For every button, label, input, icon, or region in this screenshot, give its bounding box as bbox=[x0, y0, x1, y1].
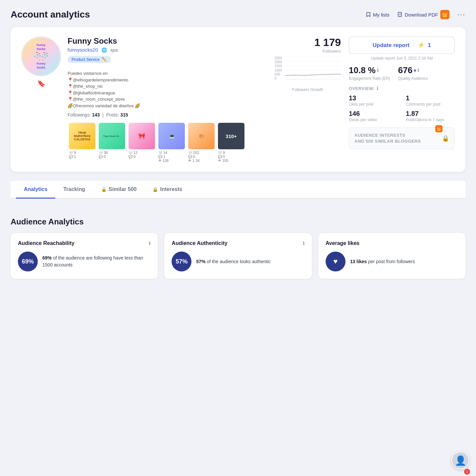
profile-handle: funnysocks20 bbox=[68, 47, 98, 53]
average-likes-badge: ♥ bbox=[326, 252, 345, 271]
average-likes-text: 13 likes per post from followers bbox=[350, 258, 415, 265]
reachability-info-icon[interactable]: ℹ bbox=[149, 241, 150, 246]
pencil-icon[interactable]: ✏️ bbox=[102, 57, 107, 62]
comments-per-post: 1 Comments per post bbox=[406, 94, 455, 107]
header-actions: My lists Download PDF 👑 ··· bbox=[366, 10, 465, 19]
audience-interests-text: AUDIENCE INTERESTSAND 500 SIMILAR BLOGGE… bbox=[354, 132, 421, 144]
my-lists-button[interactable]: My lists bbox=[366, 12, 390, 18]
tabs-container: Analytics Tracking 🔒 Similar 500 🔒 Inter… bbox=[11, 181, 465, 199]
floating-avatar[interactable]: 👤 bbox=[451, 452, 469, 469]
post-thumb-5[interactable]: 🎨 bbox=[188, 123, 215, 149]
download-pdf-button[interactable]: Download PDF 👑 bbox=[397, 10, 450, 19]
views-per-video: 146 Views per video bbox=[349, 110, 398, 122]
post-stat-4: 🤍14 💬1 👁136 bbox=[158, 151, 185, 163]
avatar-section: FunnySocks 🧦🧦 ✦ ✦ FunnySocks 🔖 bbox=[21, 36, 61, 87]
reachability-badge: 69% bbox=[18, 252, 38, 271]
post-thumb-3[interactable]: 🎀 bbox=[129, 123, 155, 149]
average-likes-card: Average likes ♥ 13 likes per post from f… bbox=[318, 233, 465, 279]
average-likes-card-title: Average likes bbox=[326, 240, 458, 246]
post-stats: 🤍9 💬1 🤍30 💬0 🤍12 💬0 🤍14 💬1 👁1 bbox=[69, 151, 341, 163]
bookmark-button[interactable]: 🔖 bbox=[37, 79, 45, 87]
post-stat-6: 🤍9 💬0 👁155 bbox=[218, 151, 244, 163]
bookmark-icon bbox=[366, 12, 371, 17]
post-stat-2: 🤍30 💬0 bbox=[99, 151, 125, 163]
followers-label: Followers bbox=[275, 49, 341, 54]
profile-info: Funny Socks funnysocks20 🌐 spa Product S… bbox=[68, 36, 268, 118]
post-stat-3: 🤍12 💬0 bbox=[129, 151, 155, 163]
reachability-card-content: 69% 69% of the audience are following ha… bbox=[18, 252, 150, 271]
authenticity-info-icon[interactable]: ℹ bbox=[303, 241, 304, 246]
followers-chart: 2500 2000 1500 1000 500 0 bbox=[275, 56, 341, 86]
tab-similar500[interactable]: 🔒 Similar 500 bbox=[93, 181, 145, 199]
followers-section: 1 179 Followers 2500 2000 1500 1000 500 … bbox=[275, 36, 341, 92]
post-stat-5: 🤍202 💬0 👁1.1K bbox=[188, 151, 215, 163]
engagement-rate-metric: 10.8 % ℹ Engagement Rate (ER) bbox=[349, 65, 390, 81]
avatar: FunnySocks 🧦🧦 ✦ ✦ FunnySocks bbox=[21, 36, 61, 76]
reachability-card-title: Audience Reachability ℹ bbox=[18, 240, 150, 246]
metrics-row: 10.8 % ℹ Engagement Rate (ER) 676 ▾ ℹ Qu… bbox=[349, 65, 455, 81]
qa-dropdown[interactable]: ▾ bbox=[414, 68, 416, 73]
notification-badge: 1 bbox=[464, 469, 470, 475]
report-date: Update report Jun 3, 2021 2:34 AM bbox=[349, 56, 455, 61]
authenticity-card: Audience Authenticity ℹ 57% 57% of the a… bbox=[164, 233, 311, 279]
audience-interests-button[interactable]: 👑 AUDIENCE INTERESTSAND 500 SIMILAR BLOG… bbox=[349, 127, 455, 149]
overview-info-icon[interactable]: ℹ bbox=[377, 86, 379, 91]
overview-grid: 13 Likes per post 1 Comments per post 14… bbox=[349, 94, 455, 122]
audience-analytics-section: Audience Analytics Audience Reachability… bbox=[11, 208, 465, 279]
interests-lock-icon: 🔒 bbox=[152, 187, 158, 192]
chart-caption: Followers Growth bbox=[292, 87, 323, 92]
er-label: Engagement Rate (ER) bbox=[349, 76, 390, 81]
authenticity-card-title: Audience Authenticity ℹ bbox=[172, 240, 304, 246]
followings-posts: Followings: 143 | Posts: 315 bbox=[68, 112, 268, 118]
quality-audience-metric: 676 ▾ ℹ Quality Audience bbox=[398, 65, 428, 81]
authenticity-card-content: 57% 57% of the audience looks authentic bbox=[172, 252, 304, 271]
qa-label: Quality Audience bbox=[398, 76, 428, 81]
more-options-button[interactable]: ··· bbox=[457, 10, 465, 19]
authenticity-text: 57% of the audience looks authentic bbox=[196, 258, 271, 265]
average-likes-card-content: ♥ 13 likes per post from followers bbox=[326, 252, 458, 271]
overview-section: OVERVIEW: ℹ 13 Likes per post 1 Comments… bbox=[349, 86, 455, 127]
bio-text: Puedes visitarnos en 📍@elhogardelemprend… bbox=[68, 70, 268, 109]
language-tag: spa bbox=[110, 47, 118, 53]
page-title: Account analytics bbox=[11, 9, 90, 20]
crown-small-badge: 👑 bbox=[435, 125, 443, 132]
qa-info-icon[interactable]: ℹ bbox=[417, 68, 419, 73]
publications-7days: 1.87 Publications in 7 days bbox=[406, 110, 455, 122]
profile-name: Funny Socks bbox=[68, 36, 268, 46]
post-stat-1: 🤍9 💬1 bbox=[69, 151, 95, 163]
globe-icon: 🌐 bbox=[101, 47, 107, 53]
followers-count: 1 179 bbox=[275, 36, 341, 49]
tab-analytics[interactable]: Analytics bbox=[16, 181, 55, 199]
posts-row: TRAE NUESTRAS CALCETAS Trae Room B... 🎀 … bbox=[69, 123, 341, 149]
authenticity-badge: 57% bbox=[172, 252, 191, 271]
post-thumb-1[interactable]: TRAE NUESTRAS CALCETAS bbox=[69, 123, 95, 149]
svg-rect-0 bbox=[398, 12, 401, 17]
likes-per-post: 13 Likes per post bbox=[349, 94, 398, 107]
document-icon bbox=[397, 12, 403, 17]
right-panel: Update report | ⚡ 1 Update report Jun 3,… bbox=[349, 36, 455, 149]
bolt-icon: ⚡ bbox=[418, 42, 425, 49]
post-thumb-2[interactable]: Trae Room B... bbox=[99, 123, 125, 149]
product-service-badge: Product Service ✏️ bbox=[68, 56, 111, 63]
tab-interests[interactable]: 🔒 Interests bbox=[144, 181, 190, 199]
analytics-cards-row: Audience Reachability ℹ 69% 69% of the a… bbox=[11, 233, 465, 279]
tab-tracking[interactable]: Tracking bbox=[55, 181, 93, 199]
post-thumb-more[interactable]: 310+ bbox=[218, 123, 244, 149]
post-thumb-4[interactable]: 💻 bbox=[158, 123, 185, 149]
top-header: Account analytics My lists Download PDF … bbox=[11, 9, 465, 20]
update-report-button[interactable]: Update report | ⚡ 1 bbox=[349, 36, 455, 54]
tabs-row: Analytics Tracking 🔒 Similar 500 🔒 Inter… bbox=[11, 181, 465, 199]
profile-card: FunnySocks 🧦🧦 ✦ ✦ FunnySocks 🔖 Funny Soc… bbox=[11, 27, 465, 172]
lock-icon: 🔒 bbox=[442, 135, 449, 142]
profile-handle-row: funnysocks20 🌐 spa bbox=[68, 47, 268, 53]
reachability-text: 69% of the audience are following have l… bbox=[42, 255, 150, 268]
crown-badge: 👑 bbox=[440, 10, 450, 19]
er-info-icon[interactable]: ℹ bbox=[377, 68, 379, 73]
similar500-lock-icon: 🔒 bbox=[101, 187, 107, 192]
chart-svg bbox=[285, 56, 341, 80]
audience-analytics-title: Audience Analytics bbox=[11, 217, 465, 226]
overview-title: OVERVIEW: ℹ bbox=[349, 86, 455, 91]
reachability-card: Audience Reachability ℹ 69% 69% of the a… bbox=[11, 233, 158, 279]
